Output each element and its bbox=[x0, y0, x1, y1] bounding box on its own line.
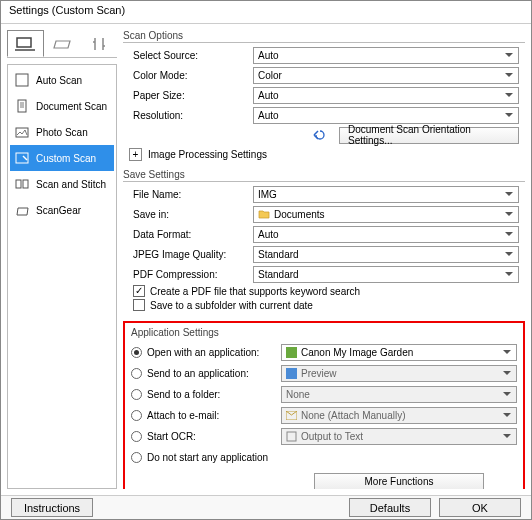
top-tab-strip bbox=[7, 30, 117, 58]
keyword-search-label: Create a PDF file that supports keyword … bbox=[150, 286, 360, 297]
file-name-label: File Name: bbox=[123, 189, 253, 200]
attach-email-label: Attach to e-mail: bbox=[147, 410, 219, 421]
sidebar-item-label: Photo Scan bbox=[36, 127, 88, 138]
application-settings-section: Application Settings Open with an applic… bbox=[123, 321, 525, 489]
pdf-compression-label: PDF Compression: bbox=[123, 269, 253, 280]
save-in-label: Save in: bbox=[123, 209, 253, 220]
svg-rect-5 bbox=[16, 180, 21, 188]
computer-scan-icon bbox=[15, 36, 35, 52]
preview-icon bbox=[286, 368, 297, 379]
sidebar-item-label: Custom Scan bbox=[36, 153, 96, 164]
auto-scan-icon bbox=[14, 72, 30, 88]
start-ocr-label: Start OCR: bbox=[147, 431, 196, 442]
scan-options-title: Scan Options bbox=[123, 30, 525, 43]
save-in-dropdown[interactable]: Documents bbox=[253, 206, 519, 223]
document-scan-icon bbox=[14, 98, 30, 114]
save-settings-title: Save Settings bbox=[123, 169, 525, 182]
more-functions-button[interactable]: More Functions bbox=[314, 473, 484, 490]
paper-size-dropdown[interactable]: Auto bbox=[253, 87, 519, 104]
sidebar-item-photo-scan[interactable]: Photo Scan bbox=[10, 119, 114, 145]
send-to-folder-radio[interactable]: Send to a folder: bbox=[131, 389, 281, 400]
start-ocr-dropdown[interactable]: Output to Text bbox=[281, 428, 517, 445]
custom-scan-icon bbox=[14, 150, 30, 166]
text-icon bbox=[286, 431, 297, 442]
svg-rect-2 bbox=[18, 100, 26, 112]
svg-rect-8 bbox=[286, 368, 297, 379]
sidebar-item-label: Scan and Stitch bbox=[36, 179, 106, 190]
mail-icon bbox=[286, 411, 297, 420]
subfolder-checkbox-row[interactable]: Save to a subfolder with current date bbox=[133, 299, 525, 311]
select-source-label: Select Source: bbox=[123, 50, 253, 61]
plus-icon: + bbox=[129, 148, 142, 161]
pdf-compression-dropdown[interactable]: Standard bbox=[253, 266, 519, 283]
sidebar-item-label: ScanGear bbox=[36, 205, 81, 216]
stitch-icon bbox=[14, 176, 30, 192]
tab-scan-from-computer[interactable] bbox=[7, 30, 44, 57]
attach-email-dropdown[interactable]: None (Attach Manually) bbox=[281, 407, 517, 424]
orientation-settings-button[interactable]: Document Scan Orientation Settings... bbox=[339, 127, 519, 144]
data-format-label: Data Format: bbox=[123, 229, 253, 240]
color-mode-label: Color Mode: bbox=[123, 70, 253, 81]
subfolder-label: Save to a subfolder with current date bbox=[150, 300, 313, 311]
paper-size-label: Paper Size: bbox=[123, 90, 253, 101]
send-to-app-label: Send to an application: bbox=[147, 368, 249, 379]
app-icon bbox=[286, 347, 297, 358]
photo-scan-icon bbox=[14, 124, 30, 140]
application-settings-title: Application Settings bbox=[131, 327, 517, 339]
svg-rect-6 bbox=[23, 180, 28, 188]
tab-general-settings[interactable] bbox=[80, 30, 117, 57]
svg-rect-0 bbox=[17, 38, 31, 47]
start-ocr-radio[interactable]: Start OCR: bbox=[131, 431, 281, 442]
tools-icon bbox=[89, 36, 109, 52]
send-to-folder-dropdown[interactable]: None bbox=[281, 386, 517, 403]
scan-options-section: Scan Options Select Source: Auto Color M… bbox=[123, 30, 525, 165]
open-with-app-radio[interactable]: Open with an application: bbox=[131, 347, 281, 358]
svg-rect-4 bbox=[16, 153, 28, 163]
dialog-footer: Instructions Defaults OK bbox=[1, 495, 531, 519]
folder-icon bbox=[258, 209, 270, 219]
send-to-folder-label: Send to a folder: bbox=[147, 389, 220, 400]
checkbox-checked-icon: ✓ bbox=[133, 285, 145, 297]
do-not-start-radio[interactable]: Do not start any application bbox=[131, 452, 381, 463]
sidebar-item-scangear[interactable]: ScanGear bbox=[10, 197, 114, 223]
image-processing-label: Image Processing Settings bbox=[148, 149, 267, 160]
do-not-start-label: Do not start any application bbox=[147, 452, 268, 463]
open-with-app-dropdown[interactable]: Canon My Image Garden bbox=[281, 344, 517, 361]
color-mode-dropdown[interactable]: Color bbox=[253, 67, 519, 84]
sidebar-item-document-scan[interactable]: Document Scan bbox=[10, 93, 114, 119]
keyword-search-checkbox-row[interactable]: ✓ Create a PDF file that supports keywor… bbox=[133, 285, 525, 297]
defaults-button[interactable]: Defaults bbox=[349, 498, 431, 517]
sidebar-item-label: Auto Scan bbox=[36, 75, 82, 86]
open-with-app-label: Open with an application: bbox=[147, 347, 259, 358]
ok-button[interactable]: OK bbox=[439, 498, 521, 517]
sidebar-item-label: Document Scan bbox=[36, 101, 107, 112]
send-to-app-dropdown[interactable]: Preview bbox=[281, 365, 517, 382]
svg-rect-1 bbox=[16, 74, 28, 86]
window-title: Settings (Custom Scan) bbox=[9, 4, 125, 16]
window-titlebar: Settings (Custom Scan) bbox=[1, 1, 531, 23]
svg-rect-7 bbox=[286, 347, 297, 358]
jpeg-quality-dropdown[interactable]: Standard bbox=[253, 246, 519, 263]
tab-scan-from-panel[interactable] bbox=[44, 30, 81, 57]
sidebar-item-scan-stitch[interactable]: Scan and Stitch bbox=[10, 171, 114, 197]
sidebar-item-auto-scan[interactable]: Auto Scan bbox=[10, 67, 114, 93]
save-settings-section: Save Settings File Name: IMG Save in: Do… bbox=[123, 169, 525, 313]
scan-type-list: Auto Scan Document Scan Photo Scan Custo… bbox=[7, 64, 117, 489]
instructions-button[interactable]: Instructions bbox=[11, 498, 93, 517]
restore-default-icon[interactable] bbox=[311, 128, 329, 142]
jpeg-quality-label: JPEG Image Quality: bbox=[123, 249, 253, 260]
resolution-label: Resolution: bbox=[123, 110, 253, 121]
sidebar-item-custom-scan[interactable]: Custom Scan bbox=[10, 145, 114, 171]
svg-rect-10 bbox=[287, 432, 296, 441]
scangear-icon bbox=[14, 202, 30, 218]
scanner-panel-icon bbox=[52, 36, 72, 52]
resolution-dropdown[interactable]: Auto bbox=[253, 107, 519, 124]
attach-email-radio[interactable]: Attach to e-mail: bbox=[131, 410, 281, 421]
checkbox-unchecked-icon bbox=[133, 299, 145, 311]
file-name-combo[interactable]: IMG bbox=[253, 186, 519, 203]
data-format-dropdown[interactable]: Auto bbox=[253, 226, 519, 243]
select-source-dropdown[interactable]: Auto bbox=[253, 47, 519, 64]
image-processing-expander[interactable]: + Image Processing Settings bbox=[129, 148, 525, 161]
send-to-app-radio[interactable]: Send to an application: bbox=[131, 368, 281, 379]
